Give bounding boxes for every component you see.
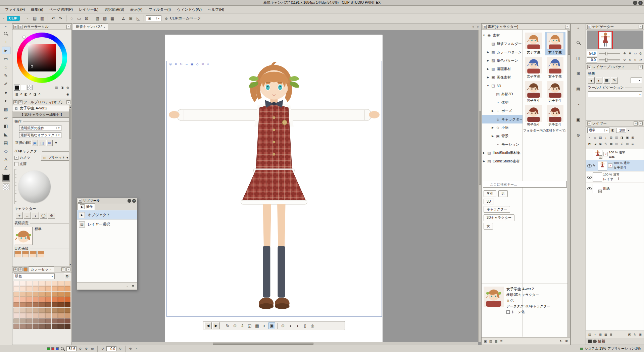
snap-ruler-icon[interactable]: ▧ <box>94 15 101 22</box>
add-subtool-icon[interactable]: ▫ <box>125 284 130 289</box>
tree-item-3d[interactable]: ▼◰3D <box>482 82 523 90</box>
color-swatch[interactable] <box>26 281 32 286</box>
picker-icon[interactable]: ◉ <box>65 92 70 97</box>
zoom-out-icon[interactable]: ⊖ <box>622 51 627 56</box>
collapsed-auto-action-panel-icon[interactable]: ⊚ <box>575 132 582 139</box>
camera-zoom-icon[interactable]: ↻ <box>179 62 184 66</box>
transparent-color-swatch[interactable] <box>3 184 9 190</box>
show-all-materials-bar[interactable]: フォルダー内の素材をすべて表示 <box>523 129 566 134</box>
material-thumb-danshigakusei-a[interactable]: 男子学生 <box>523 80 544 104</box>
swap-panel-icon[interactable]: ⇄ <box>634 121 638 125</box>
color-swatch[interactable] <box>13 318 19 323</box>
rotate-ccw-icon[interactable]: ↺ <box>622 57 627 62</box>
tree-item-image[interactable]: ▶▣画像素材 <box>482 73 523 82</box>
selectable-object-dropdown[interactable]: 選択可能なオブジェクト▼ <box>19 132 61 138</box>
tag-otoko[interactable]: 男 <box>498 190 508 197</box>
perspective-view-icon[interactable]: ▣ <box>268 322 275 329</box>
selection-option-3-icon[interactable]: ⊞ <box>46 140 53 146</box>
material-thumb-joshigakusei-b2[interactable]: 女子学生 <box>545 56 565 80</box>
tree-item-props[interactable]: ▶◇小物 <box>482 123 523 132</box>
selection-option-2-icon[interactable]: ◫ <box>39 140 45 146</box>
material-thumb-joshigakusei-a[interactable]: 女子学生 <box>523 32 544 55</box>
color-swatch[interactable] <box>26 302 32 307</box>
zoom-100-icon[interactable]: ◎ <box>638 51 643 56</box>
status-fit-icon[interactable]: ▭ <box>90 346 95 351</box>
subtool-item-layer-select[interactable]: ▤ レイヤー選択 <box>77 220 137 229</box>
refresh-materials-icon[interactable]: ↻ <box>559 339 563 344</box>
pencil-tool[interactable]: ✐ <box>2 80 10 88</box>
close-button[interactable]: × <box>638 1 643 5</box>
apply-mask-icon[interactable]: ◨ <box>620 135 624 140</box>
refresh-icon[interactable]: ↻ <box>633 332 637 337</box>
character-rotate-h-icon[interactable]: ↔ <box>24 212 31 219</box>
light-expander[interactable]: − <box>14 162 18 166</box>
select-border-icon[interactable]: ⊡ <box>83 15 90 22</box>
material-search-input[interactable] <box>483 181 567 188</box>
zoom-slider-thumb[interactable] <box>605 52 607 55</box>
color-swatch[interactable] <box>33 286 39 291</box>
color-set-tab[interactable]: カラーセット <box>29 266 54 272</box>
panel-tab2-icon[interactable]: ◫ <box>18 100 22 104</box>
layer-row-paper[interactable]: ▱ 用紙 <box>586 183 644 194</box>
collapsed-search-panel-icon[interactable] <box>575 39 582 46</box>
color-swatch[interactable] <box>58 281 64 286</box>
collapsed-subtool-panel-icon[interactable]: ◫ <box>575 55 582 61</box>
snap-special-ruler-icon[interactable]: ▨ <box>102 15 108 22</box>
color-swatch[interactable] <box>39 281 45 286</box>
joint-lock-icon[interactable]: ◎ <box>309 322 316 329</box>
color-swatch[interactable] <box>13 297 19 302</box>
panel-menu-icon[interactable]: ≡ <box>639 65 643 69</box>
ruler-icon[interactable]: ∠ <box>120 15 127 22</box>
menu-edit[interactable]: 編集(E) <box>28 6 46 13</box>
draft-effect-icon[interactable]: ✎ <box>611 77 618 84</box>
tool-property-scrollbar[interactable]: ▲ ▼ <box>69 105 71 266</box>
color-swatch[interactable] <box>58 302 64 307</box>
layer-view-icon[interactable]: ▦ <box>603 332 608 337</box>
color-set-select[interactable]: 肌色▼ <box>14 273 55 279</box>
color-swatch[interactable] <box>26 318 32 323</box>
character-reset-icon[interactable]: ⊙ <box>48 212 55 219</box>
delete-layer-icon[interactable]: ⊠ <box>630 135 635 140</box>
status-zoom-value[interactable]: 54.6 <box>66 346 77 351</box>
color-swatch[interactable] <box>33 318 39 323</box>
fit-view-icon[interactable]: ◱ <box>246 322 253 329</box>
color-swatch[interactable] <box>13 308 19 313</box>
move-root-icon[interactable]: ⊕ <box>280 322 286 329</box>
panel-tab2-icon[interactable]: ▥ <box>18 25 22 29</box>
layer-thumbnail[interactable] <box>598 161 607 170</box>
navigator-view-rect[interactable] <box>598 31 613 49</box>
material-thumb-joshigakusei-a-selected[interactable]: 女子学生 <box>545 32 565 55</box>
clip-below-icon[interactable]: ◪ <box>593 142 597 146</box>
subtool-titlebar[interactable]: ▤ サブツール – × <box>77 198 137 203</box>
color-swatch[interactable] <box>45 318 51 323</box>
color-swatch[interactable] <box>64 308 70 313</box>
color-swatch[interactable] <box>58 324 64 329</box>
color-swatch[interactable] <box>20 313 26 318</box>
transparent-chip[interactable] <box>27 85 33 90</box>
color-swatch[interactable] <box>39 292 45 297</box>
color-swatch[interactable] <box>20 308 26 313</box>
color-swatch[interactable] <box>52 318 58 323</box>
panel-menu-icon[interactable]: ≡ <box>565 25 569 29</box>
selection-more-icon[interactable]: ▼ <box>54 141 58 145</box>
menu-select[interactable]: 選択範囲(S) <box>101 6 127 13</box>
color-swatch[interactable] <box>33 302 39 307</box>
3d-object-bounds[interactable]: ◎ ⊕ ↻ ↔ ▣ ◇ ⊞ ○ <box>166 61 382 317</box>
list-view-icon[interactable]: ≣ <box>499 339 504 344</box>
tone-mode-icon[interactable]: ◨ <box>60 85 64 90</box>
canvas-vscroll-thumb[interactable] <box>479 111 481 185</box>
color-swatch[interactable] <box>39 308 45 313</box>
light-toggle-icon[interactable]: ◐ <box>261 322 268 329</box>
layer-thumbnail[interactable]: ▱ <box>593 184 602 193</box>
scrollbar-thumb[interactable] <box>69 109 71 139</box>
zoom-in-icon[interactable]: ⊕ <box>628 51 632 56</box>
rotate-cw-icon[interactable]: ↻ <box>628 57 632 62</box>
color-swatch[interactable] <box>39 324 45 329</box>
color-swatch[interactable] <box>45 308 51 313</box>
merge-layer-icon[interactable]: ⊞ <box>609 135 613 140</box>
menu-help[interactable]: ヘルプ(H) <box>205 6 227 13</box>
layer-row-layer1[interactable]: 100 %通常 レイヤー 1 <box>586 171 644 183</box>
minimize-button[interactable]: – <box>633 1 637 5</box>
color-swatch[interactable] <box>58 297 64 302</box>
two-pane-icon[interactable]: ◫ <box>614 142 619 146</box>
